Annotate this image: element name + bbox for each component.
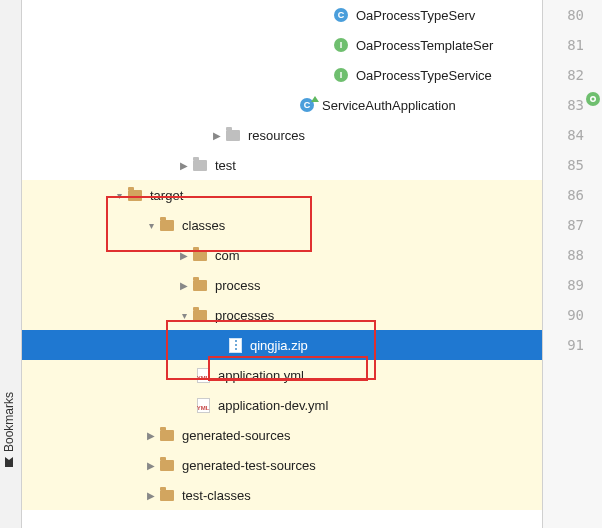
bookmarks-sidebar-tab[interactable]: Bookmarks xyxy=(0,0,22,528)
tree-item-folder[interactable]: ▶ resources xyxy=(22,120,542,150)
tree-item-folder[interactable]: ▶ process xyxy=(22,270,542,300)
tree-item-folder[interactable]: ▶ generated-test-sources xyxy=(22,450,542,480)
folder-icon xyxy=(158,426,176,444)
expand-arrow-icon[interactable]: ▶ xyxy=(144,430,158,441)
tree-item-folder[interactable]: ▶ com xyxy=(22,240,542,270)
expand-arrow-icon[interactable]: ▶ xyxy=(144,490,158,501)
tree-item-label: test xyxy=(213,158,236,173)
folder-icon xyxy=(191,246,209,264)
tree-item-label: OaProcessTypeServ xyxy=(354,8,475,23)
folder-icon xyxy=(224,126,242,144)
editor-gutter: 808182838485868788899091 xyxy=(542,0,602,528)
collapse-arrow-icon[interactable]: ▾ xyxy=(144,220,158,231)
tree-item-label: application.yml xyxy=(216,368,304,383)
folder-icon xyxy=(191,306,209,324)
tree-item-label: com xyxy=(213,248,240,263)
expand-arrow-icon[interactable]: ▶ xyxy=(177,160,191,171)
folder-icon xyxy=(158,216,176,234)
tree-item-interface[interactable]: I OaProcessTypeService xyxy=(22,60,542,90)
expand-arrow-icon[interactable]: ▶ xyxy=(144,460,158,471)
tree-item-label: target xyxy=(148,188,183,203)
bookmarks-label: Bookmarks xyxy=(2,392,16,468)
tree-item-file-yml[interactable]: YML application-dev.yml xyxy=(22,390,542,420)
yml-file-icon: YML xyxy=(194,366,212,384)
interface-icon: I xyxy=(332,36,350,54)
interface-icon: I xyxy=(332,66,350,84)
tree-item-file-yml[interactable]: YML application.yml xyxy=(22,360,542,390)
folder-icon xyxy=(126,186,144,204)
tree-item-folder[interactable]: ▶ test-classes xyxy=(22,480,542,510)
line-number: 85 xyxy=(543,150,602,180)
tree-item-label: resources xyxy=(246,128,305,143)
tree-item-label: generated-test-sources xyxy=(180,458,316,473)
collapse-arrow-icon[interactable]: ▾ xyxy=(112,190,126,201)
tree-item-label: generated-sources xyxy=(180,428,290,443)
class-icon: C xyxy=(332,6,350,24)
line-number: 82 xyxy=(543,60,602,90)
tree-item-class[interactable]: C OaProcessTypeServ xyxy=(22,0,542,30)
project-tree[interactable]: C OaProcessTypeServ I OaProcessTemplateS… xyxy=(22,0,542,528)
svg-point-1 xyxy=(592,98,595,101)
folder-icon xyxy=(191,276,209,294)
tree-item-label: processes xyxy=(213,308,274,323)
tree-item-class-runnable[interactable]: C ServiceAuthApplication xyxy=(22,90,542,120)
line-number: 91 xyxy=(543,330,602,360)
tree-item-folder[interactable]: ▶ generated-sources xyxy=(22,420,542,450)
line-number: 86 xyxy=(543,180,602,210)
collapse-arrow-icon[interactable]: ▾ xyxy=(177,310,191,321)
tree-item-folder-target[interactable]: ▾ target xyxy=(22,180,542,210)
expand-arrow-icon[interactable]: ▶ xyxy=(177,280,191,291)
tree-item-interface[interactable]: I OaProcessTemplateSer xyxy=(22,30,542,60)
tree-item-label: OaProcessTemplateSer xyxy=(354,38,493,53)
tree-item-label: application-dev.yml xyxy=(216,398,328,413)
tree-item-label: classes xyxy=(180,218,225,233)
bookmark-icon xyxy=(2,456,16,468)
bookmarks-text: Bookmarks xyxy=(2,392,16,452)
tree-item-label: test-classes xyxy=(180,488,251,503)
zip-file-icon xyxy=(226,336,244,354)
tree-item-label: process xyxy=(213,278,261,293)
line-number: 87 xyxy=(543,210,602,240)
tree-item-label: ServiceAuthApplication xyxy=(320,98,456,113)
tree-item-folder-classes[interactable]: ▾ classes xyxy=(22,210,542,240)
expand-arrow-icon[interactable]: ▶ xyxy=(210,130,224,141)
expand-arrow-icon[interactable]: ▶ xyxy=(177,250,191,261)
folder-icon xyxy=(191,156,209,174)
line-number: 81 xyxy=(543,30,602,60)
tree-item-file-zip[interactable]: qingjia.zip xyxy=(22,330,542,360)
yml-file-icon: YML xyxy=(194,396,212,414)
tree-item-label: OaProcessTypeService xyxy=(354,68,492,83)
line-number: 84 xyxy=(543,120,602,150)
folder-icon xyxy=(158,486,176,504)
folder-icon xyxy=(158,456,176,474)
tree-item-folder-processes[interactable]: ▾ processes xyxy=(22,300,542,330)
line-number: 89 xyxy=(543,270,602,300)
line-number: 88 xyxy=(543,240,602,270)
tree-item-folder[interactable]: ▶ test xyxy=(22,150,542,180)
runnable-class-icon: C xyxy=(298,96,316,114)
tree-item-label: qingjia.zip xyxy=(248,338,308,353)
line-number: 80 xyxy=(543,0,602,30)
line-number: 90 xyxy=(543,300,602,330)
gutter-run-icon[interactable] xyxy=(586,92,600,106)
